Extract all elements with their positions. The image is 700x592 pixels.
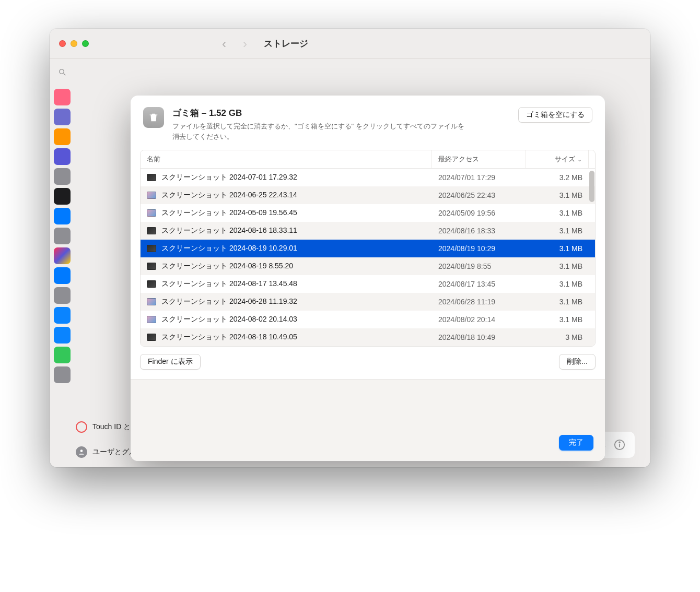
file-last-access: 2024/08/18 10:49 (432, 333, 526, 341)
zoom-window-button[interactable] (82, 40, 89, 47)
sidebar-item-icon (54, 247, 71, 264)
column-header-size[interactable]: サイズ ⌄ (526, 150, 589, 168)
table-row[interactable]: スクリーンショット 2024-07-01 17.29.322024/07/01 … (141, 169, 595, 186)
file-last-access: 2024/08/19 10:29 (432, 244, 526, 253)
file-size: 3.1 MB (526, 280, 589, 288)
file-last-access: 2024/06/28 11:19 (432, 298, 526, 306)
traffic-lights (59, 40, 89, 47)
page-title: ストレージ (264, 38, 308, 50)
file-last-access: 2024/05/09 19:56 (432, 209, 526, 217)
file-thumbnail-icon (147, 245, 156, 252)
dialog-footer: 完了 (131, 380, 605, 461)
file-last-access: 2024/08/19 8:55 (432, 262, 526, 270)
file-size: 3.1 MB (526, 191, 589, 199)
file-thumbnail-icon (147, 316, 156, 323)
file-thumbnail-icon (147, 227, 156, 234)
file-last-access: 2024/08/02 20:14 (432, 315, 526, 324)
sidebar-item-icon (54, 228, 71, 244)
table-row[interactable]: スクリーンショット 2024-05-09 19.56.452024/05/09 … (141, 204, 595, 222)
trash-icon (143, 107, 164, 128)
file-name: スクリーンショット 2024-06-28 11.19.32 (161, 297, 297, 306)
file-size: 3.2 MB (526, 173, 589, 182)
dialog-header: ゴミ箱 – 1.52 GB ファイルを選択して完全に消去するか、"ゴミ箱を空にす… (131, 96, 605, 150)
file-name: スクリーンショット 2024-08-02 20.14.03 (161, 315, 297, 324)
sidebar-item-icon (54, 208, 71, 224)
column-header-label: サイズ (555, 155, 575, 164)
file-name: スクリーンショット 2024-08-19 8.55.20 (161, 262, 293, 271)
done-button[interactable]: 完了 (559, 435, 593, 451)
sidebar-item-icon (54, 168, 71, 185)
table-row[interactable]: スクリーンショット 2024-06-28 11.19.322024/06/28 … (141, 293, 595, 311)
trash-dialog: ゴミ箱 – 1.52 GB ファイルを選択して完全に消去するか、"ゴミ箱を空にす… (131, 96, 605, 461)
nav-forward-button[interactable]: › (243, 37, 247, 51)
svg-line-1 (64, 73, 66, 75)
sidebar-item-icon (54, 148, 71, 165)
file-thumbnail-icon (147, 174, 156, 181)
dialog-title: ゴミ箱 – 1.52 GB (172, 107, 510, 119)
file-size: 3 MB (526, 333, 589, 341)
file-thumbnail-icon (147, 280, 156, 288)
svg-point-2 (80, 449, 83, 452)
table-row[interactable]: スクリーンショット 2024-08-18 10.49.052024/08/18 … (141, 328, 595, 346)
sidebar-item-icon (54, 307, 71, 324)
nav-arrows: ‹ › (222, 37, 247, 51)
file-thumbnail-icon (147, 192, 156, 199)
touchid-icon (76, 421, 87, 433)
file-last-access: 2024/07/01 17:29 (432, 173, 526, 182)
nav-back-button[interactable]: ‹ (222, 37, 226, 51)
file-last-access: 2024/08/17 13:45 (432, 280, 526, 288)
sidebar-item-icon (54, 109, 71, 125)
users-icon (76, 446, 87, 458)
file-name: スクリーンショット 2024-08-17 13.45.48 (161, 279, 297, 289)
titlebar: ‹ › ストレージ (50, 29, 650, 59)
file-name: スクリーンショット 2024-08-18 10.49.05 (161, 333, 297, 342)
sidebar-item-icon (54, 128, 71, 145)
column-header-name[interactable]: 名前 (141, 150, 432, 168)
column-header-last-access[interactable]: 最終アクセス (432, 150, 526, 168)
file-name: スクリーンショット 2024-06-25 22.43.14 (161, 191, 297, 200)
file-thumbnail-icon (147, 334, 156, 341)
close-window-button[interactable] (59, 40, 66, 47)
table-row[interactable]: スクリーンショット 2024-08-19 8.55.202024/08/19 8… (141, 257, 595, 275)
table-row[interactable]: スクリーンショット 2024-08-16 18.33.112024/08/16 … (141, 222, 595, 240)
table-row[interactable]: スクリーンショット 2024-06-25 22.43.142024/06/25 … (141, 186, 595, 204)
sidebar-item-icon (54, 188, 71, 205)
table-header: 名前 最終アクセス サイズ ⌄ (141, 150, 595, 169)
minimize-window-button[interactable] (71, 40, 77, 47)
sidebar-item-icon (54, 89, 71, 105)
file-name: スクリーンショット 2024-05-09 19.56.45 (161, 208, 297, 218)
file-name: スクリーンショット 2024-07-01 17.29.32 (161, 173, 297, 182)
file-thumbnail-icon (147, 298, 156, 305)
empty-trash-button[interactable]: ゴミ箱を空にする (518, 107, 592, 123)
file-size: 3.1 MB (526, 244, 589, 253)
scrollbar[interactable] (589, 171, 594, 202)
sidebar-item-icon (54, 287, 71, 304)
file-size: 3.1 MB (526, 227, 589, 235)
sidebar-item-icon (54, 347, 71, 363)
delete-button[interactable]: 削除... (559, 354, 596, 370)
table-row[interactable]: スクリーンショット 2024-08-17 13.45.482024/08/17 … (141, 275, 595, 293)
system-settings-window: ‹ › ストレージ (50, 29, 650, 467)
file-size: 3.1 MB (526, 262, 589, 270)
svg-point-5 (619, 442, 620, 443)
file-table: 名前 最終アクセス サイズ ⌄ スクリーンショット 2024-07-01 17.… (140, 150, 596, 347)
search-icon (56, 64, 75, 80)
info-icon[interactable] (614, 439, 625, 451)
file-last-access: 2024/08/16 18:33 (432, 227, 526, 235)
sidebar-item-icon (54, 366, 71, 383)
chevron-down-icon: ⌄ (577, 156, 582, 163)
file-last-access: 2024/06/25 22:43 (432, 191, 526, 199)
table-body: スクリーンショット 2024-07-01 17.29.322024/07/01 … (141, 169, 595, 346)
file-size: 3.1 MB (526, 209, 589, 217)
dialog-row-actions: Finder に表示 削除... (131, 347, 605, 380)
table-row[interactable]: スクリーンショット 2024-08-19 10.29.012024/08/19 … (141, 240, 595, 257)
show-in-finder-button[interactable]: Finder に表示 (140, 354, 201, 370)
file-thumbnail-icon (147, 263, 156, 270)
file-size: 3.1 MB (526, 298, 589, 306)
sidebar (54, 89, 74, 383)
file-thumbnail-icon (147, 209, 156, 217)
file-name: スクリーンショット 2024-08-16 18.33.11 (161, 226, 297, 235)
table-row[interactable]: スクリーンショット 2024-08-02 20.14.032024/08/02 … (141, 311, 595, 328)
dialog-description: ファイルを選択して完全に消去するか、"ゴミ箱を空にする" をクリックしてすべての… (172, 121, 465, 141)
file-name: スクリーンショット 2024-08-19 10.29.01 (161, 244, 297, 253)
